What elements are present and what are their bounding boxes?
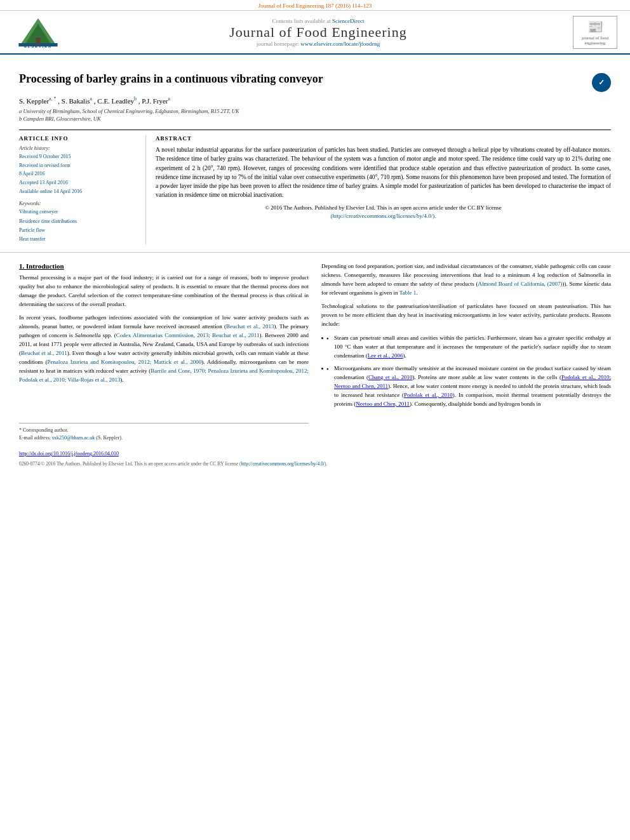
content-area: Processing of barley grains in a continu… [0, 55, 630, 244]
received-date-1: Received 9 October 2015 Received in revi… [19, 152, 138, 196]
article-info-col: ARTICLE INFO Article history: Received 9… [19, 135, 146, 244]
author3-sup: b [134, 96, 137, 102]
article-history-block: Article history: Received 9 October 2015… [19, 145, 138, 196]
section-divider [0, 252, 630, 253]
ref-beuchat-2013[interactable]: Beuchat et al., 2013 [226, 323, 274, 330]
homepage-url[interactable]: www.elsevier.com/locate/jfoodeng [300, 41, 380, 47]
author3-name: , C.E. Leadley [94, 97, 134, 105]
sciencedirect-line: Contents lists available at ScienceDirec… [64, 18, 573, 24]
main-body: 1. Introduction Thermal processing is a … [0, 259, 630, 448]
ref-chang-2010[interactable]: Chang et al., 2010 [368, 374, 412, 380]
journal-ref-text: Journal of Food Engineering 187 (2016) 1… [258, 3, 372, 9]
footnote-area: * Corresponding author. E-mail address: … [19, 423, 309, 442]
email-link[interactable]: sxk250@bham.ac.uk [52, 435, 95, 441]
journal-reference-bar: Journal of Food Engineering 187 (2016) 1… [0, 0, 630, 11]
ref-almond-board[interactable]: Almond Board of California, (2007) [478, 281, 563, 287]
keyword-3: Particle flow [19, 226, 138, 235]
ref-beuchat-2011[interactable]: Beuchat et al., 2011 [21, 350, 67, 356]
footnote-corresponding: * Corresponding author. [19, 427, 309, 434]
para2-end4: ). [121, 377, 124, 383]
author2-sup: a [90, 96, 92, 102]
intro-heading: 1. Introduction [19, 262, 309, 270]
bullet-item-2: Microorganisms are more thermally sensit… [329, 364, 611, 409]
keyword-2: Residence time distributions [19, 217, 138, 226]
bullet2-mid: ). Proteins are more stable at low water… [412, 374, 561, 380]
abstract-body: A novel tubular industrial apparatus for… [156, 147, 611, 198]
affiliation-b: b Campden BRI, Gloucestershire, UK [19, 115, 611, 123]
homepage-prefix: journal homepage: [257, 41, 299, 47]
authors-line: S. Kepplera, * , S. Bakalisa , C.E. Lead… [19, 96, 611, 105]
elsevier-tree-icon: ELSEVIER [16, 15, 60, 50]
journal-icon: 📰 [576, 19, 614, 34]
received2b: 8 April 2016 [19, 170, 138, 178]
journal-header: ELSEVIER Contents lists available at Sci… [0, 11, 630, 55]
received1: Received 9 October 2015 [19, 152, 138, 161]
keywords-label: Keywords: [19, 201, 138, 206]
keyword-1: Vibrating conveyer [19, 208, 138, 217]
right-p1-end: . [416, 290, 417, 296]
journal-title: Journal of Food Engineering [64, 24, 573, 41]
salmonella-italic: Salmonella [75, 332, 101, 338]
right-para-1: Depending on food preparation, portion s… [321, 262, 611, 298]
bullet-item-1: Steam can penetrate small areas and cavi… [329, 334, 611, 361]
intro-para-1: Thermal processing is a major part of th… [19, 274, 309, 309]
bullet-list: Steam can penetrate small areas and cavi… [329, 334, 611, 409]
ref-podolak2[interactable]: Podolak et al., 2010 [404, 392, 453, 398]
bullet1-end: ). [403, 352, 406, 359]
journal-logo-label: journal of food engineering [576, 36, 614, 46]
elsevier-logo: ELSEVIER [13, 15, 64, 50]
available-online: Available online 14 April 2016 [19, 187, 138, 196]
cc-text: © 2016 The Authors. Published by Elsevie… [265, 204, 502, 211]
accepted-date: Accepted 13 April 2016 [19, 178, 138, 187]
copyright-link[interactable]: http://creativecommons.org/licenses/by/4… [241, 461, 325, 467]
abstract-col: ABSTRACT A novel tubular industrial appa… [156, 135, 611, 244]
author2-name: , S. Bakalis [58, 97, 90, 105]
intro-para-2: In recent years, foodborne pathogen infe… [19, 314, 309, 385]
paper-title: Processing of barley grains in a continu… [19, 72, 586, 86]
keywords-section: Keywords: Vibrating conveyer Residence t… [19, 201, 138, 244]
doi-link[interactable]: http://dx.doi.org/10.1016/j.jfoodeng.201… [19, 451, 119, 457]
cc-link[interactable]: (http://creativecommons.org/licenses/by/… [330, 213, 436, 219]
abstract-text: A novel tubular industrial apparatus for… [156, 145, 611, 221]
body-col-right: Depending on food preparation, portion s… [321, 262, 611, 442]
cc-line: © 2016 The Authors. Published by Elsevie… [156, 204, 611, 221]
crossmark-icon: ✓ [592, 73, 611, 92]
journal-logo-box: 📰 journal of food engineering [573, 16, 617, 49]
copyright-end: ). [325, 461, 327, 467]
email-suffix: (S. Keppler). [96, 435, 123, 441]
journal-homepage-line: journal homepage: www.elsevier.com/locat… [64, 41, 573, 47]
author4-sup: a [168, 96, 171, 102]
received2: Received in revised form [19, 161, 138, 170]
ref-penaloza-2012[interactable]: Penaloza Izurieta and Komitopoulou, 2012… [47, 359, 201, 365]
sciencedirect-link[interactable]: ScienceDirect [332, 18, 364, 24]
bullet2-end: ). Consequently, disulphide bonds and hy… [410, 401, 541, 407]
ref-codex-2013[interactable]: Codex Alimentarius Commission, 2013; Beu… [116, 332, 260, 338]
copyright-bar: 0260-8774/© 2016 The Authors. Published … [0, 459, 630, 469]
article-info-abstract-section: ARTICLE INFO Article history: Received 9… [19, 130, 611, 244]
keywords-list: Vibrating conveyer Residence time distri… [19, 208, 138, 244]
abstract-heading: ABSTRACT [156, 135, 611, 142]
affiliation-a: a University of Birmingham, School of Ch… [19, 107, 611, 116]
email-label: E-mail address: [19, 435, 51, 441]
header-center: Contents lists available at ScienceDirec… [64, 18, 573, 47]
svg-text:ELSEVIER: ELSEVIER [24, 44, 52, 48]
contents-text: Contents lists available at [272, 18, 331, 24]
footnote-email: E-mail address: sxk250@bham.ac.uk (S. Ke… [19, 434, 309, 442]
keyword-4: Heat transfer [19, 235, 138, 244]
author1-sup: a, * [49, 96, 57, 102]
author4-name: , P.J. Fryer [138, 97, 168, 105]
para2-mid2: spp. ( [101, 332, 116, 338]
copyright-text: 0260-8774/© 2016 The Authors. Published … [19, 461, 241, 467]
ref-neetoo-chen[interactable]: Neetoo and Chen, 2011 [356, 401, 410, 407]
body-col-left: 1. Introduction Thermal processing is a … [19, 262, 309, 442]
author1-name: S. Keppler [19, 97, 49, 105]
affiliations: a University of Birmingham, School of Ch… [19, 107, 611, 124]
article-info-heading: ARTICLE INFO [19, 135, 138, 142]
ref-lee-2006[interactable]: Lee et al., 2006 [368, 352, 403, 359]
right-para-2: Technological solutions to the pasteuris… [321, 302, 611, 329]
doi-bar: http://dx.doi.org/10.1016/j.jfoodeng.201… [0, 448, 630, 459]
history-label: Article history: [19, 145, 138, 151]
ref-table1[interactable]: Table 1 [399, 290, 417, 296]
